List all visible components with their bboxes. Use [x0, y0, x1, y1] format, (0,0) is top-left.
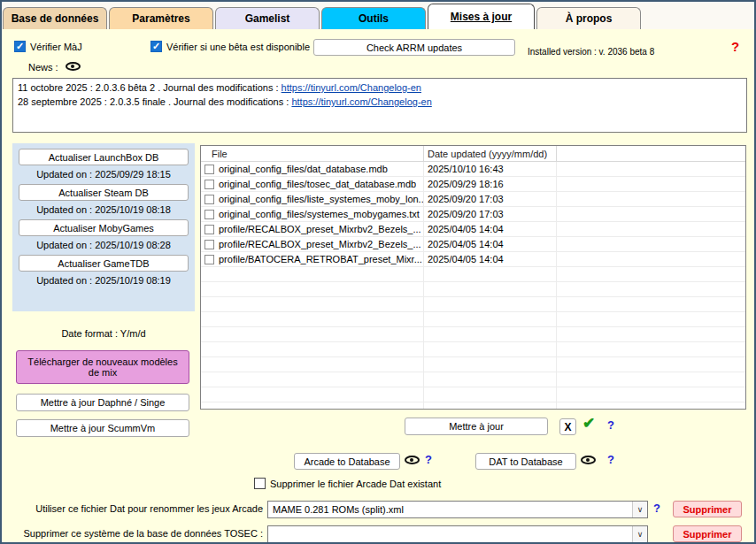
table-row[interactable]: profile/RECALBOX_preset_Mixrbv2_Bezels_.… — [201, 237, 745, 252]
checkbox-checked-icon[interactable] — [14, 41, 26, 52]
table-row-empty — [201, 372, 745, 387]
table-row[interactable]: original_config_files/systemes_mobygames… — [201, 207, 745, 222]
dat-help-icon[interactable]: ? — [607, 453, 614, 466]
tab-outils[interactable]: Outils — [321, 7, 426, 29]
row-checkbox[interactable] — [204, 195, 214, 204]
table-row[interactable]: original_config_files/dat_database.mdb20… — [201, 162, 745, 177]
changelog-link[interactable]: https://tinyurl.com/Changelog-en — [282, 82, 421, 93]
update-files-button[interactable]: Mettre à jour — [405, 418, 548, 435]
table-body: original_config_files/dat_database.mdb20… — [201, 162, 745, 410]
delete-dat-button[interactable]: Supprimer — [673, 501, 742, 517]
download-mix-models-button[interactable]: Télécharger de nouveaux modèles de mix — [16, 350, 189, 384]
tosec-system-combobox[interactable]: ∨ — [267, 525, 648, 543]
update-help-icon[interactable]: ? — [607, 418, 614, 432]
update-daphne-button[interactable]: Mettre à jour Daphné / Singe — [16, 394, 189, 411]
table-row-empty — [201, 387, 745, 402]
table-row-empty — [201, 327, 745, 342]
confirm-check-icon[interactable]: ✔ — [582, 414, 595, 433]
update-scummvm-button[interactable]: Mettre à jour ScummVm — [16, 419, 189, 437]
tab-bar: Base de donnéesParamètresGamelistOutilsM… — [2, 2, 754, 29]
arcade-help-icon[interactable]: ? — [425, 453, 432, 466]
date-updated: 2025/09/20 17:03 — [428, 194, 504, 204]
dat-to-database-button[interactable]: DAT to Database — [475, 453, 576, 470]
table-row[interactable]: original_config_files/tosec_dat_database… — [201, 177, 745, 192]
table-row-empty — [201, 312, 745, 327]
actualiser-mobygames-button[interactable]: Actualiser MobyGames — [19, 219, 189, 236]
arcade-to-database-button[interactable]: Arcade to Database — [294, 453, 400, 470]
date-updated: 2025/04/05 14:04 — [428, 224, 504, 234]
table-header: File Date updated (yyyy/mm/dd) — [201, 146, 745, 162]
tab-parametres[interactable]: Paramètres — [109, 7, 213, 29]
news-line: 28 septembre 2025 : 2.0.3.5 finale . Jou… — [18, 95, 742, 109]
row-checkbox[interactable] — [204, 225, 214, 234]
news-eye-icon[interactable] — [66, 62, 81, 71]
changelog-link[interactable]: https://tinyurl.com/Changelog-en — [291, 96, 431, 107]
verify-maj-label: Vérifier MàJ — [30, 42, 82, 52]
tab-label: Mises à jour — [451, 11, 512, 23]
table-row-empty — [201, 357, 745, 372]
delete-arcade-dat-label: Supprimer le fichier Arcade Dat existant — [270, 479, 441, 489]
tab-label: Outils — [359, 12, 389, 25]
table-row[interactable]: profile/BATOCERA_RETROBAT_preset_Mixr...… — [201, 252, 745, 267]
table-row-empty — [201, 297, 745, 312]
tab-label: Paramètres — [132, 12, 189, 25]
cancel-x-button[interactable]: X — [559, 418, 576, 435]
tab-label: Base de données — [12, 12, 99, 25]
delete-tosec-button[interactable]: Supprimer — [673, 525, 742, 542]
column-header-file[interactable]: File — [201, 146, 424, 161]
tab-label: Gamelist — [245, 12, 290, 25]
delete-arcade-dat-checkbox[interactable]: Supprimer le fichier Arcade Dat existant — [254, 478, 441, 489]
verify-beta-label: Vérifier si une bêta est disponible — [166, 42, 310, 52]
arcade-eye-icon[interactable] — [405, 456, 420, 464]
table-row-empty — [201, 267, 745, 282]
actualiser-steam-db-button[interactable]: Actualiser Steam DB — [19, 184, 189, 201]
date-updated: 2025/09/29 18:16 — [428, 179, 504, 189]
updated-on-label: Updated on : 2025/09/29 18:15 — [12, 167, 195, 182]
tab-base-de-donnees[interactable]: Base de données — [3, 7, 107, 29]
file-name: original_config_files/dat_database.mdb — [219, 164, 388, 174]
dat-file-value: MAME 0.281 ROMs (split).xml — [268, 504, 632, 515]
checkbox-unchecked-icon[interactable] — [254, 478, 266, 489]
date-format-label: Date format : Y/m/d — [12, 328, 195, 339]
table-row-empty — [201, 342, 745, 357]
updated-on-label: Updated on : 2025/10/19 08:19 — [12, 273, 195, 288]
updated-on-label: Updated on : 2025/10/19 08:28 — [12, 238, 195, 253]
dat-combo-help-icon[interactable]: ? — [653, 502, 660, 515]
verify-maj-checkbox[interactable]: Vérifier MàJ — [14, 41, 82, 52]
file-name: original_config_files/tosec_dat_database… — [219, 179, 416, 189]
check-arrm-updates-button[interactable]: Check ARRM updates — [313, 39, 515, 56]
news-textarea[interactable]: 11 octobre 2025 : 2.0.3.6 bêta 2 . Journ… — [12, 78, 747, 133]
row-checkbox[interactable] — [204, 255, 214, 264]
row-checkbox[interactable] — [204, 180, 214, 189]
file-name: original_config_files/liste_systemes_mob… — [219, 194, 423, 204]
checkbox-checked-icon[interactable] — [150, 41, 162, 52]
chevron-down-icon[interactable]: ∨ — [632, 502, 647, 517]
table-row[interactable]: original_config_files/liste_systemes_mob… — [201, 192, 745, 207]
row-checkbox[interactable] — [204, 240, 214, 249]
actualiser-gametdb-button[interactable]: Actualiser GameTDB — [19, 255, 189, 272]
actualiser-launchbox-db-button[interactable]: Actualiser LaunchBox DB — [19, 149, 189, 165]
file-name: profile/RECALBOX_preset_Mixrbv2_Bezels_.… — [219, 239, 421, 249]
dat-eye-icon[interactable] — [581, 456, 596, 464]
files-table[interactable]: File Date updated (yyyy/mm/dd) original_… — [200, 145, 746, 410]
installed-version-label: Installed version : v. 2036 beta 8 — [528, 47, 654, 57]
table-row-empty — [201, 402, 745, 410]
row-checkbox[interactable] — [204, 210, 214, 219]
verify-beta-checkbox[interactable]: Vérifier si une bêta est disponible — [150, 41, 310, 52]
file-name: profile/BATOCERA_RETROBAT_preset_Mixr... — [219, 254, 422, 264]
dat-rename-label: Utiliser ce fichier Dat pour renommer le… — [2, 503, 263, 514]
updated-on-label: Updated on : 2025/10/19 08:18 — [12, 203, 195, 218]
tab-a-propos[interactable]: À propos — [536, 7, 641, 29]
help-icon-main[interactable]: ? — [731, 39, 739, 54]
table-row-empty — [201, 282, 745, 297]
date-updated: 2025/10/10 16:43 — [428, 164, 504, 174]
dat-file-combobox[interactable]: MAME 0.281 ROMs (split).xml ∨ — [267, 501, 648, 518]
row-checkbox[interactable] — [204, 165, 214, 174]
chevron-down-icon[interactable]: ∨ — [632, 526, 647, 542]
tab-mises-a-jour[interactable]: Mises à jour — [428, 4, 535, 29]
column-header-date[interactable]: Date updated (yyyy/mm/dd) — [424, 146, 557, 161]
table-row[interactable]: profile/RECALBOX_preset_Mixrbv2_Bezels_.… — [201, 222, 745, 237]
tab-gamelist[interactable]: Gamelist — [215, 7, 320, 29]
file-name: profile/RECALBOX_preset_Mixrbv2_Bezels_.… — [219, 224, 421, 234]
tosec-delete-label: Supprimer ce système de la base de donné… — [2, 528, 263, 539]
